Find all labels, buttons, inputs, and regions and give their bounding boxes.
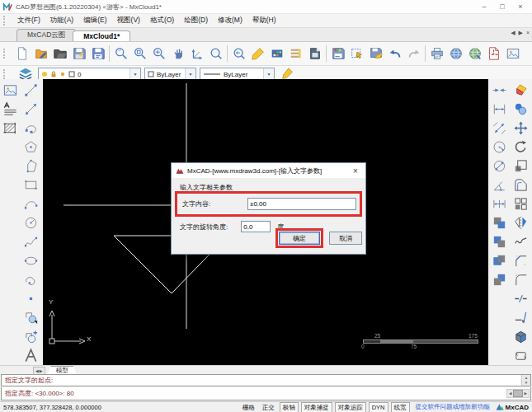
draw-order-below-icon[interactable] — [490, 270, 509, 289]
chamfer-icon[interactable] — [511, 251, 530, 270]
select-object-icon[interactable] — [347, 44, 366, 63]
menu-modify[interactable]: 修改(M) — [213, 15, 247, 26]
toggle-ortho[interactable]: 正交 — [260, 403, 277, 412]
erase-icon[interactable] — [511, 81, 530, 100]
rectangle-icon[interactable] — [21, 176, 40, 194]
line-icon[interactable] — [21, 81, 40, 100]
print-icon[interactable] — [427, 44, 446, 63]
open-folder-icon[interactable] — [50, 44, 69, 63]
web-publish-icon[interactable] — [446, 44, 465, 63]
dim-linear-icon[interactable] — [490, 100, 509, 119]
zoom-dynamic-icon[interactable] — [111, 44, 130, 63]
polygon-icon[interactable] — [21, 157, 40, 176]
group-icon[interactable] — [511, 346, 530, 365]
pan-icon[interactable] — [168, 44, 187, 63]
color-palette-icon[interactable] — [267, 44, 286, 63]
offset-icon[interactable] — [511, 176, 530, 194]
open-file-icon[interactable] — [31, 44, 50, 63]
toggle-osnap[interactable]: 对象捕捉 — [301, 402, 332, 412]
save-image-icon[interactable] — [328, 44, 347, 63]
redo-icon[interactable] — [404, 44, 423, 63]
pentagon-icon[interactable] — [21, 138, 40, 157]
mirror-icon[interactable] — [511, 213, 530, 232]
draw-order-back-icon[interactable] — [490, 232, 509, 251]
zoom-window-icon[interactable] — [130, 44, 149, 63]
tab-mxcloud1[interactable]: MxCloud1* — [73, 30, 130, 41]
cancel-button[interactable]: 取消 — [329, 232, 362, 245]
ucs-axis-icon[interactable] — [187, 44, 206, 63]
single-line-text-icon[interactable] — [21, 346, 40, 365]
command-history[interactable]: 指定文字的起点: ▲ ▼ — [1, 374, 531, 386]
rotate-icon[interactable] — [511, 138, 530, 157]
scroll-left-icon[interactable]: ◀ — [507, 391, 513, 396]
insert-raster-image-icon[interactable] — [503, 44, 522, 63]
save-as-icon[interactable] — [88, 44, 107, 63]
dim-angular-icon[interactable] — [490, 176, 509, 194]
scale-icon[interactable] — [511, 157, 530, 176]
array-icon[interactable] — [511, 194, 530, 213]
text-content-input[interactable] — [247, 198, 356, 210]
zoom-realtime-icon[interactable] — [206, 44, 225, 63]
construction-line-icon[interactable] — [21, 100, 40, 119]
break-icon[interactable] — [511, 289, 530, 308]
spline-icon[interactable] — [21, 232, 40, 251]
command-line-scrollbar[interactable]: ◀ ▶ — [506, 389, 530, 398]
minimize-button[interactable]: – — [476, 2, 492, 11]
menu-help[interactable]: 帮助(H) — [247, 15, 281, 26]
trim-icon[interactable] — [511, 308, 530, 327]
dim-diameter-icon[interactable] — [490, 157, 509, 176]
rotation-input[interactable] — [241, 221, 271, 232]
fillet-icon[interactable] — [511, 270, 530, 289]
menu-draw[interactable]: 绘图(D) — [179, 15, 213, 26]
edit-spline-icon[interactable] — [511, 232, 530, 251]
move-icon[interactable] — [511, 119, 530, 138]
insert-block-icon[interactable] — [21, 308, 40, 327]
arc-icon[interactable] — [21, 194, 40, 213]
dialog-title-bar[interactable]: MxCAD-[www.mxdraw3d.com]-[输入文字参数] × — [172, 163, 365, 178]
draw-order-above-icon[interactable] — [490, 251, 509, 270]
close-button[interactable]: × — [512, 2, 529, 11]
quick-dimension-icon[interactable] — [490, 81, 509, 100]
scrollbar-thumb[interactable] — [513, 390, 522, 397]
dialog-close-icon[interactable]: × — [350, 166, 361, 176]
toggle-polar[interactable]: 极轴 — [280, 402, 299, 412]
zoom-previous-icon[interactable] — [229, 44, 248, 63]
dim-radius-icon[interactable] — [490, 138, 509, 157]
toggle-dyn[interactable]: DYN — [369, 402, 388, 412]
polyline-arc-icon[interactable] — [21, 119, 40, 138]
dim-aligned-icon[interactable] — [490, 119, 509, 138]
ok-button[interactable]: 确定 — [279, 232, 320, 245]
new-file-icon[interactable] — [12, 44, 31, 63]
text-style-icon[interactable] — [1, 100, 20, 119]
linetype-manager-icon[interactable] — [286, 44, 305, 63]
toggle-grid[interactable]: 栅格 — [240, 403, 257, 412]
feedback-link[interactable]: 提交软件问题或增加新功能 — [416, 403, 490, 411]
toggle-otrack[interactable]: 对象追踪 — [335, 402, 366, 412]
save-icon[interactable] — [69, 44, 88, 63]
tab-scroll-left-icon[interactable]: ◀ — [511, 30, 515, 36]
command-history-scrollbar[interactable]: ▲ ▼ — [521, 375, 530, 386]
menu-file[interactable]: 文件(F) — [12, 15, 45, 26]
ellipse-icon[interactable] — [21, 251, 40, 270]
zoom-extents-icon[interactable] — [149, 44, 168, 63]
command-input-line[interactable]: 指定高度: <30.000>: 80 ◀ ▶ — [1, 387, 531, 400]
3d-box-icon[interactable] — [511, 327, 530, 346]
menu-edit[interactable]: 编辑(E) — [78, 15, 111, 26]
hatch-icon[interactable] — [1, 119, 20, 138]
layout-scroll-left-icon[interactable]: ◀ — [35, 368, 39, 373]
toggle-lineweight[interactable]: 线宽 — [391, 402, 410, 412]
menu-function[interactable]: 功能(A) — [45, 15, 78, 26]
menu-format[interactable]: 格式(O) — [145, 15, 179, 26]
point-icon[interactable] — [21, 289, 40, 308]
web-open-icon[interactable] — [465, 44, 484, 63]
scroll-down-icon[interactable]: ▼ — [522, 381, 530, 386]
export-pdf-icon[interactable] — [484, 44, 503, 63]
block-page-icon[interactable] — [305, 44, 324, 63]
edit-attributes-icon[interactable] — [366, 44, 385, 63]
layout-scroll-right-icon[interactable]: ▶ — [40, 368, 43, 373]
draw-order-front-icon[interactable] — [490, 213, 509, 232]
tab-scroll-right-icon[interactable]: ▶ — [519, 30, 523, 36]
annotate-pencil-icon[interactable] — [248, 44, 267, 63]
revision-cloud-icon[interactable] — [21, 270, 40, 289]
dim-continue-icon[interactable] — [490, 194, 509, 213]
